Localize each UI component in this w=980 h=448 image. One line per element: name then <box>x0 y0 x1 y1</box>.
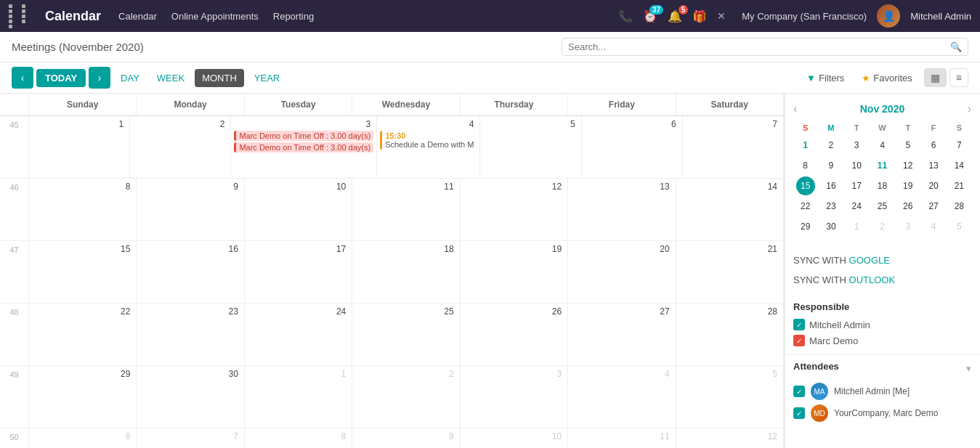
mini-day-dec2[interactable]: 2 <box>872 217 891 236</box>
view-year-button[interactable]: YEAR <box>247 69 287 87</box>
filters-button[interactable]: ▼ Filters <box>801 70 850 86</box>
view-week-button[interactable]: WEEK <box>150 69 192 87</box>
mini-day-5[interactable]: 5 <box>899 136 918 155</box>
cal-cell-nov10[interactable]: 10 <box>245 179 352 240</box>
mini-day-dec5[interactable]: 5 <box>949 217 968 236</box>
cal-cell-nov29[interactable]: 29 <box>29 366 137 428</box>
mini-day-19[interactable]: 19 <box>899 176 918 195</box>
cal-cell-nov25[interactable]: 25 <box>352 304 460 365</box>
mini-day-14[interactable]: 14 <box>949 156 968 175</box>
attendee-checkbox-mitchell[interactable]: ✓ <box>793 386 805 397</box>
cal-cell-dec10[interactable]: 10 <box>461 428 568 448</box>
mini-day-26[interactable]: 26 <box>899 197 918 216</box>
mini-day-30[interactable]: 30 <box>822 217 841 236</box>
gift-icon[interactable]: 🎁 <box>692 9 707 23</box>
responsible-checkbox-mitchell[interactable]: ✓ <box>793 319 805 330</box>
prev-button[interactable]: ‹ <box>12 67 33 89</box>
mini-day-4[interactable]: 4 <box>872 136 891 155</box>
list-view-button[interactable]: ≡ <box>949 68 968 87</box>
mini-day-24[interactable]: 24 <box>847 197 866 216</box>
mini-day-11[interactable]: 11 <box>872 156 891 175</box>
mini-day-13[interactable]: 13 <box>924 156 943 175</box>
attendees-collapse-icon[interactable]: ▾ <box>966 363 971 374</box>
mini-day-3[interactable]: 3 <box>847 136 866 155</box>
view-month-button[interactable]: MONTH <box>195 69 244 87</box>
cal-cell-nov22[interactable]: 22 <box>29 304 137 365</box>
phone-icon[interactable]: 📞 <box>618 9 633 23</box>
nav-reporting[interactable]: Reporting <box>273 11 314 22</box>
cal-cell-dec1[interactable]: 1 <box>245 366 352 428</box>
cal-cell-dec9[interactable]: 9 <box>352 428 460 448</box>
mini-day-17[interactable]: 17 <box>847 176 866 195</box>
cal-cell-nov18[interactable]: 18 <box>352 241 460 303</box>
cal-cell-nov2[interactable]: 2 <box>130 116 231 178</box>
cal-cell-nov21[interactable]: 21 <box>676 241 784 303</box>
mini-day-18[interactable]: 18 <box>872 176 891 195</box>
nav-calendar[interactable]: Calendar <box>118 11 157 22</box>
cal-cell-nov13[interactable]: 13 <box>568 179 676 240</box>
cal-cell-nov4[interactable]: 4 15:30Schedule a Demo with M <box>377 116 480 178</box>
cal-cell-dec2[interactable]: 2 <box>352 366 460 428</box>
mini-cal-next[interactable]: › <box>968 102 971 115</box>
mini-day-15[interactable]: 15 <box>796 176 815 195</box>
cal-cell-dec3[interactable]: 3 <box>461 366 568 428</box>
event-leave-2[interactable]: Marc Demo on Time Off : 3.00 day(s) <box>234 142 373 152</box>
cal-cell-nov6[interactable]: 6 <box>582 116 683 178</box>
mini-day-9[interactable]: 9 <box>822 156 841 175</box>
mini-day-20[interactable]: 20 <box>924 176 943 195</box>
cal-cell-nov28[interactable]: 28 <box>676 304 784 365</box>
mini-day-10[interactable]: 10 <box>847 156 866 175</box>
cal-cell-nov7[interactable]: 7 <box>683 116 784 178</box>
cal-cell-dec5[interactable]: 5 <box>676 366 784 428</box>
mini-day-16[interactable]: 16 <box>822 176 841 195</box>
cal-cell-nov1[interactable]: 1 <box>29 116 130 178</box>
mini-day-2[interactable]: 2 <box>822 136 841 155</box>
event-leave-1[interactable]: Marc Demo on Time Off : 3.00 day(s) <box>234 131 373 141</box>
cal-cell-nov27[interactable]: 27 <box>568 304 676 365</box>
cal-cell-nov11[interactable]: 11 <box>352 179 460 240</box>
sync-outlook-button[interactable]: SYNC WITH OUTLOOK <box>793 270 971 290</box>
cal-cell-dec7[interactable]: 7 <box>137 428 244 448</box>
event-meeting-1[interactable]: 15:30Schedule a Demo with M <box>380 131 477 150</box>
mini-day-1[interactable]: 1 <box>796 136 815 155</box>
favorites-button[interactable]: ★ Favorites <box>856 70 918 86</box>
cal-view-button[interactable]: ▦ <box>924 68 947 87</box>
app-grid-icon[interactable] <box>9 4 33 28</box>
mini-day-22[interactable]: 22 <box>796 197 815 216</box>
cal-cell-nov5[interactable]: 5 <box>480 116 581 178</box>
mini-day-29[interactable]: 29 <box>796 217 815 236</box>
cal-cell-nov17[interactable]: 17 <box>245 241 352 303</box>
search-input[interactable] <box>568 41 950 52</box>
mini-day-27[interactable]: 27 <box>924 197 943 216</box>
cal-cell-nov30[interactable]: 30 <box>137 366 244 428</box>
today-button[interactable]: TODAY <box>36 69 86 87</box>
mini-cal-prev[interactable]: ‹ <box>793 102 797 115</box>
cal-cell-nov9[interactable]: 9 <box>137 179 244 240</box>
cal-cell-nov8[interactable]: 8 <box>29 179 137 240</box>
next-button[interactable]: › <box>89 67 110 89</box>
cal-cell-dec4[interactable]: 4 <box>568 366 676 428</box>
cal-cell-nov16[interactable]: 16 <box>137 241 244 303</box>
cal-cell-dec6[interactable]: 6 <box>29 428 137 448</box>
cal-cell-dec8[interactable]: 8 <box>245 428 352 448</box>
mini-day-21[interactable]: 21 <box>949 176 968 195</box>
cal-cell-nov12[interactable]: 12 <box>461 179 568 240</box>
mini-day-6[interactable]: 6 <box>924 136 943 155</box>
cal-cell-dec12[interactable]: 12 <box>676 428 784 448</box>
search-icon[interactable]: 🔍 <box>950 41 962 52</box>
cal-cell-nov23[interactable]: 23 <box>137 304 244 365</box>
bell-icon[interactable]: 🔔 5 <box>668 9 682 23</box>
mini-day-25[interactable]: 25 <box>872 197 891 216</box>
clock-icon[interactable]: ⏰ 37 <box>643 9 657 23</box>
mini-day-7[interactable]: 7 <box>949 136 968 155</box>
sync-google-button[interactable]: SYNC WITH GOOGLE <box>793 251 971 270</box>
mini-day-8[interactable]: 8 <box>796 156 815 175</box>
close-icon[interactable]: ✕ <box>717 10 726 22</box>
nav-online-appointments[interactable]: Online Appointments <box>171 11 259 22</box>
cal-cell-nov24[interactable]: 24 <box>245 304 352 365</box>
cal-cell-nov20[interactable]: 20 <box>568 241 676 303</box>
mini-day-dec4[interactable]: 4 <box>924 217 943 236</box>
view-day-button[interactable]: DAY <box>113 69 147 87</box>
mini-day-dec1[interactable]: 1 <box>847 217 866 236</box>
cal-cell-dec11[interactable]: 11 <box>568 428 676 448</box>
